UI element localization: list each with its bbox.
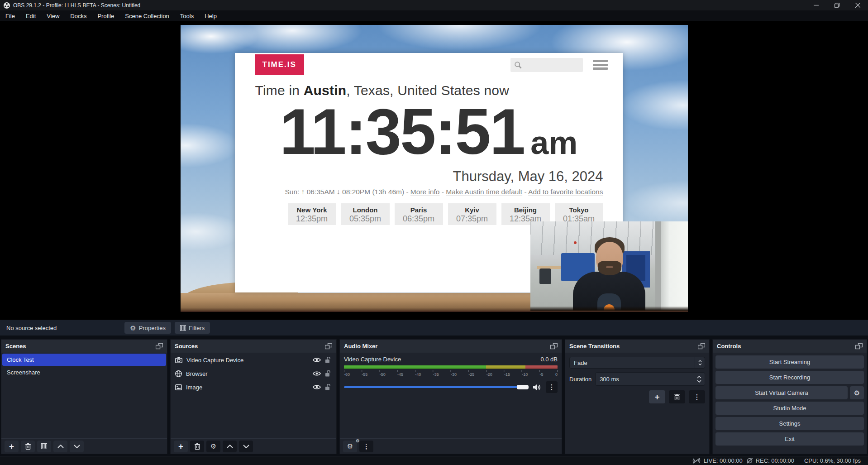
timeis-search-input[interactable] [510, 58, 583, 72]
scene-transitions-panel: Scene Transitions Fade Duration 300 ms [565, 339, 710, 454]
current-date: Thursday, May 16, 2024 [453, 168, 603, 185]
small-gear-icon: ⚙ [356, 439, 360, 443]
clock-new-york[interactable]: New York12:35pm [288, 203, 336, 225]
chevron-down-icon [243, 445, 249, 448]
unlock-icon[interactable] [325, 357, 331, 363]
start-streaming-button[interactable]: Start Streaming [715, 355, 864, 369]
scene-item-screenshare[interactable]: Screenshare [2, 366, 166, 379]
add-scene-button[interactable]: + [5, 441, 19, 452]
popout-icon[interactable] [855, 343, 863, 350]
source-row-image[interactable]: Image [171, 380, 336, 394]
unlock-icon[interactable] [325, 370, 331, 377]
gear-icon: ⚙ [347, 443, 353, 450]
gear-icon: ⚙ [130, 325, 136, 331]
popout-icon[interactable] [325, 343, 332, 350]
remove-transition-button[interactable] [669, 390, 685, 403]
hamburger-menu-icon[interactable] [593, 60, 608, 70]
clock-kyiv[interactable]: Kyiv07:35pm [448, 203, 496, 225]
mixer-menu-button[interactable]: ⋮ [359, 441, 373, 452]
menu-tools[interactable]: Tools [175, 10, 199, 21]
source-row-browser[interactable]: Browser [171, 367, 336, 380]
speaker-icon[interactable] [533, 384, 541, 391]
source-label: Video Capture Device [186, 357, 309, 364]
popout-icon[interactable] [698, 343, 705, 350]
menu-view[interactable]: View [41, 10, 65, 21]
spin-up-icon[interactable] [697, 376, 701, 379]
office-window-wall [660, 221, 688, 311]
add-source-button[interactable]: + [174, 441, 188, 452]
move-scene-down-button[interactable] [70, 441, 84, 452]
mixer-channel-menu-button[interactable]: ⋮ [546, 381, 558, 393]
studio-mode-button[interactable]: Studio Mode [715, 402, 864, 415]
transition-select[interactable]: Fade [569, 357, 705, 369]
clock-paris[interactable]: Paris06:35pm [395, 203, 443, 225]
image-icon [175, 384, 182, 390]
move-source-up-button[interactable] [223, 441, 237, 452]
program-canvas: TIME.IS Time in Austin, Texas, United St… [0, 21, 868, 320]
unlock-icon[interactable] [325, 384, 331, 390]
trash-icon [25, 443, 31, 450]
duration-spinbox[interactable]: 300 ms [595, 372, 705, 386]
close-button[interactable] [847, 0, 868, 10]
virtual-camera-config-button[interactable]: ⚙ [850, 386, 864, 399]
remove-source-button[interactable] [190, 441, 204, 452]
filters-button[interactable]: Filters [175, 322, 210, 334]
settings-button[interactable]: Settings [715, 417, 864, 430]
move-source-down-button[interactable] [239, 441, 253, 452]
sources-title: Sources [175, 343, 198, 350]
start-recording-button[interactable]: Start Recording [715, 371, 864, 384]
add-transition-button[interactable]: + [649, 390, 665, 403]
spin-down-icon[interactable] [697, 380, 701, 383]
exit-button[interactable]: Exit [715, 432, 864, 446]
volume-slider-track [344, 386, 527, 388]
clock-london[interactable]: London05:35pm [341, 203, 390, 225]
chevron-up-icon [57, 445, 64, 448]
sun-info-line: Sun: ↑ 06:35AM ↓ 08:20PM (13h 46m) - Mor… [285, 188, 603, 196]
source-row-video-capture[interactable]: Video Capture Device [171, 353, 336, 367]
meter-tick-labels: -60-55-50-45-40-35-30-25-20-15-10-50 [344, 372, 558, 377]
menu-scene-collection[interactable]: Scene Collection [119, 10, 175, 21]
combo-spinner[interactable] [695, 357, 705, 368]
eye-icon[interactable] [313, 357, 321, 363]
volume-slider[interactable] [344, 385, 529, 389]
eye-icon[interactable] [313, 384, 321, 390]
make-default-link[interactable]: Make Austin time default [446, 188, 522, 196]
menu-edit[interactable]: Edit [20, 10, 41, 21]
remove-scene-button[interactable] [21, 441, 35, 452]
menu-profile[interactable]: Profile [92, 10, 119, 21]
popout-icon[interactable] [156, 343, 163, 350]
kebab-icon: ⋮ [363, 442, 370, 451]
kebab-icon: ⋮ [548, 383, 555, 391]
chevron-down-icon [74, 445, 80, 448]
transition-value: Fade [570, 360, 695, 366]
office-pillar [655, 221, 661, 311]
minimize-button[interactable] [806, 0, 826, 10]
restore-button[interactable] [826, 0, 847, 10]
properties-button[interactable]: ⚙ Properties [124, 322, 171, 334]
webcam-bottom-shadow [530, 307, 688, 311]
source-properties-button[interactable]: ⚙ [206, 441, 220, 452]
trash-icon [674, 394, 680, 400]
volume-slider-handle[interactable] [517, 385, 529, 389]
scene-filters-button[interactable] [37, 441, 51, 452]
scenes-title: Scenes [5, 343, 26, 350]
source-context-toolbar: No source selected ⚙ Properties Filters [0, 320, 868, 336]
start-virtual-camera-button[interactable]: Start Virtual Camera [715, 386, 848, 399]
current-time: 11:35:51 am [235, 95, 623, 169]
advanced-audio-button[interactable]: ⚙⚙ [343, 441, 357, 452]
scene-item-clock-test[interactable]: Clock Test [2, 354, 166, 366]
timeis-logo[interactable]: TIME.IS [255, 54, 304, 75]
transition-properties-button[interactable]: ⋮ [689, 390, 705, 403]
scene-preview[interactable]: TIME.IS Time in Austin, Texas, United St… [181, 25, 688, 312]
eye-icon[interactable] [313, 371, 321, 376]
menu-help[interactable]: Help [199, 10, 222, 21]
more-info-link[interactable]: More info [410, 188, 440, 196]
add-favorite-link[interactable]: Add to favorite locations [528, 188, 603, 196]
person [569, 236, 649, 311]
menu-docks[interactable]: Docks [65, 10, 92, 21]
menu-file[interactable]: File [0, 10, 20, 21]
move-scene-up-button[interactable] [53, 441, 67, 452]
mixer-channel-name: Video Capture Device [344, 356, 401, 363]
gear-icon: ⚙ [854, 389, 860, 396]
popout-icon[interactable] [550, 343, 558, 350]
